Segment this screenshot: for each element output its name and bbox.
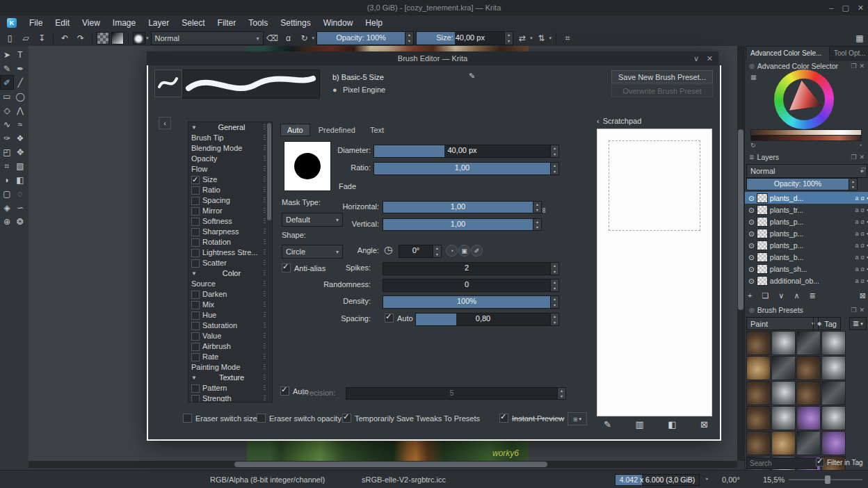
tool-bezier-curve[interactable]: ∿: [1, 117, 13, 131]
options-scrollbar[interactable]: [267, 123, 271, 220]
option-spacing[interactable]: Spacing: [188, 195, 272, 206]
checkbox[interactable]: [280, 387, 289, 396]
eye-icon[interactable]: ⊙: [748, 206, 755, 214]
image-size-memory-widget[interactable]: 4.042 x 6.000 (3,0 GiB): [615, 474, 700, 486]
option-value[interactable]: Value: [188, 331, 272, 341]
angle-sensor-stylus-icon[interactable]: ✐: [471, 245, 483, 257]
eye-icon[interactable]: ⊙: [748, 218, 755, 226]
detail-level-menu-button[interactable]: ≡ ▾: [568, 412, 587, 425]
save-tweaks-checkbox[interactable]: Temporarily Save Tweaks To Presets: [342, 414, 480, 423]
brush-preset-thumbnail[interactable]: [821, 406, 846, 430]
option-pattern[interactable]: Pattern: [188, 383, 272, 393]
checkbox[interactable]: [191, 218, 200, 226]
eraser-mode-icon[interactable]: ⌫: [266, 32, 280, 44]
checkbox[interactable]: [191, 301, 200, 309]
option-lightness[interactable]: Lightness Stre...: [188, 247, 272, 258]
option-darken[interactable]: Darken: [188, 289, 272, 300]
checkbox[interactable]: [385, 314, 394, 323]
move-layer-up-icon[interactable]: ∧: [794, 291, 799, 300]
angle-spinbox[interactable]: 0° ▴▾: [399, 245, 442, 258]
tool-edit-shapes[interactable]: ✎: [1, 62, 13, 75]
close-icon[interactable]: ✕: [707, 54, 713, 63]
mirror-vertical-icon[interactable]: ⇅: [535, 32, 549, 44]
zoom-value[interactable]: 15,5%: [763, 475, 785, 484]
angle-dial-icon[interactable]: ◷: [384, 244, 392, 255]
tool-multibrush[interactable]: ❖: [14, 131, 26, 145]
layer-row[interactable]: ⊙ additional_ob... aα▪: [745, 275, 868, 286]
layer-opacity-slider[interactable]: Opacity: 100% ▴▾: [746, 178, 858, 190]
maximize-icon[interactable]: ▢: [842, 3, 849, 13]
option-flow[interactable]: Flow: [188, 164, 272, 174]
layer-properties-icon[interactable]: ≣: [809, 291, 815, 300]
add-layer-icon[interactable]: +: [748, 291, 752, 300]
save-new-preset-button[interactable]: Save New Brush Preset...: [611, 70, 713, 83]
option-hue[interactable]: Hue: [188, 310, 272, 320]
fade-horizontal-slider[interactable]: 1,00 ▴▾: [383, 201, 542, 213]
detach-icon[interactable]: ∨: [693, 54, 699, 63]
menu-filter[interactable]: Filter: [218, 18, 236, 28]
layer-row[interactable]: ⊙ plants_tr... aα▪: [745, 204, 868, 215]
tool-transform[interactable]: ◰: [1, 145, 13, 158]
angle-sensor-speed-icon[interactable]: ◔: [446, 245, 458, 257]
brush-preset-thumbnail[interactable]: [746, 331, 771, 355]
preset-view-mode-button[interactable]: ≣ ▾: [849, 317, 867, 330]
tab-auto[interactable]: Auto: [280, 124, 310, 136]
checkbox[interactable]: [191, 322, 200, 330]
eraser-switch-size-checkbox[interactable]: Eraser switch size: [183, 414, 257, 423]
instant-preview-checkbox[interactable]: Instant Preview: [499, 414, 564, 423]
menu-settings[interactable]: Settings: [280, 18, 310, 28]
mask-type-combo[interactable]: Default ▾: [282, 213, 343, 227]
checkbox[interactable]: [342, 414, 351, 423]
brush-preset-thumbnail[interactable]: [821, 356, 846, 380]
close-icon[interactable]: ✕: [858, 3, 864, 13]
close-docker-icon[interactable]: ✕: [859, 63, 865, 70]
tool-polyline[interactable]: ⋀: [14, 104, 26, 117]
eye-icon[interactable]: ⊙: [748, 194, 755, 202]
eye-icon[interactable]: ⊙: [748, 277, 755, 285]
tool-fill[interactable]: ◧: [14, 173, 26, 186]
option-rate[interactable]: Rate: [188, 352, 272, 362]
checkbox[interactable]: [191, 291, 200, 299]
tool-freehand-path[interactable]: ≈: [14, 117, 26, 131]
duplicate-layer-icon[interactable]: ❏: [762, 291, 769, 300]
reload-preset-icon[interactable]: ↻: [298, 32, 312, 44]
menu-image[interactable]: Image: [113, 18, 136, 28]
workspace-chooser-icon[interactable]: ▦: [853, 32, 867, 44]
layer-row[interactable]: ⊙ plants_p... aα▪: [745, 227, 868, 239]
tool-rect-select[interactable]: ▢: [1, 187, 13, 200]
tab-predefined[interactable]: Predefined: [312, 124, 362, 136]
blending-mode-combo[interactable]: Normal ▾: [151, 31, 264, 45]
save-document-icon[interactable]: ↧: [35, 32, 49, 44]
tool-select-shapes[interactable]: ➤: [1, 48, 13, 61]
checkbox[interactable]: [816, 458, 824, 466]
close-docker-icon[interactable]: ✕: [859, 307, 865, 314]
brush-preset-thumbnail[interactable]: [821, 381, 846, 405]
option-blending-mode[interactable]: Blending Mode: [188, 143, 272, 154]
option-source[interactable]: Source: [188, 279, 272, 289]
eye-icon[interactable]: ⊙: [748, 253, 755, 261]
undo-icon[interactable]: ↶: [58, 32, 72, 44]
reload-dropdown-icon[interactable]: ▾: [312, 35, 315, 41]
tool-freehand-brush[interactable]: ✐: [1, 76, 13, 89]
checkbox[interactable]: [191, 176, 200, 184]
option-airbrush[interactable]: Airbrush: [188, 341, 272, 352]
tab-text[interactable]: Text: [364, 124, 390, 136]
menu-select[interactable]: Select: [182, 18, 204, 28]
scratchpad-fill-gradient-icon[interactable]: ◧: [668, 419, 676, 430]
brush-preset-thumbnail[interactable]: [771, 381, 796, 405]
spacing-auto-checkbox[interactable]: Auto: [385, 314, 413, 323]
collapse-options-button[interactable]: ‹: [159, 117, 171, 129]
tool-dynamic-brush[interactable]: ✑: [1, 131, 13, 145]
angle-sensor-drawing-icon[interactable]: ▣: [458, 245, 470, 257]
option-ratio[interactable]: Ratio: [188, 185, 272, 195]
link-fade-icon[interactable]: ∞: [540, 208, 549, 213]
layer-blend-mode-combo[interactable]: Normal ▾: [746, 164, 867, 178]
spacing-slider[interactable]: 0,80 ▴▾: [415, 313, 559, 326]
tool-line[interactable]: ╱: [14, 76, 26, 89]
close-docker-icon[interactable]: ✕: [859, 154, 865, 161]
option-softness[interactable]: Softness: [188, 216, 272, 227]
checkbox[interactable]: [191, 259, 200, 268]
move-layer-down-icon[interactable]: ∨: [778, 291, 784, 300]
eye-icon[interactable]: ⊙: [748, 229, 755, 238]
brush-preset-thumbnail[interactable]: [821, 431, 846, 455]
